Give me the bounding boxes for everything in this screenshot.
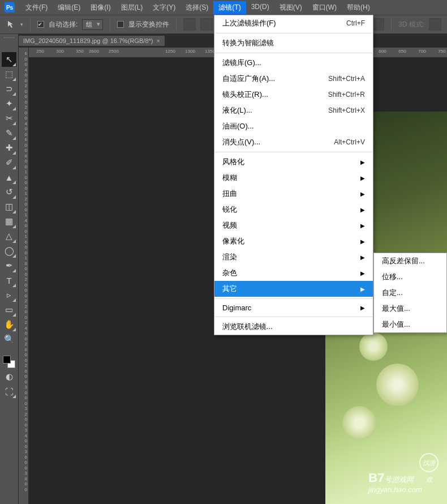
lasso-tool[interactable]: ⊃ (2, 82, 16, 96)
move-tool-icon (7, 20, 16, 29)
type-tool[interactable]: T (2, 273, 16, 288)
submenu-item[interactable]: 最大值... (374, 301, 446, 317)
show-transform-checkbox[interactable] (117, 21, 124, 28)
clone-stamp-tool[interactable]: ▲ (2, 170, 16, 185)
submenu-arrow-icon: ▶ (360, 207, 365, 213)
hand-tool[interactable]: ✋ (2, 317, 16, 332)
color-swatch[interactable] (2, 354, 16, 369)
menu-3d[interactable]: 3D(D) (246, 1, 274, 14)
menu-图层[interactable]: 图层(L) (116, 1, 148, 14)
path-select-tool[interactable]: ▹ (2, 288, 16, 302)
filter-item[interactable]: 自适应广角(A)...Shift+Ctrl+A (214, 71, 373, 87)
marquee-tool[interactable]: ⬚ (2, 67, 16, 82)
toolbar-grip[interactable] (0, 34, 18, 41)
submenu-arrow-icon: ▶ (360, 254, 365, 260)
submenu-arrow-icon: ▶ (360, 305, 365, 311)
dodge-tool[interactable]: ◯ (2, 244, 16, 258)
auto-select-dropdown[interactable]: 组 (82, 19, 103, 30)
filter-item[interactable]: 像素化▶ (214, 233, 373, 249)
crop-tool[interactable]: ✂ (2, 111, 16, 126)
app-logo: Ps (5, 2, 15, 12)
screen-mode[interactable]: ⛶ (2, 384, 16, 399)
document-tab-title: IMG_20240509_111829.jpg @ 16.7%(RGB/8*) (23, 37, 153, 44)
pen-tool[interactable]: ✒ (2, 258, 16, 273)
filter-other-submenu: 高反差保留...位移...自定...最大值...最小值... (373, 253, 447, 333)
3d-orbit-icon[interactable] (429, 18, 441, 31)
filter-item[interactable]: 模糊▶ (214, 170, 373, 186)
menu-文字[interactable]: 文字(Y) (148, 1, 180, 14)
auto-select-label: 自动选择: (49, 20, 78, 29)
filter-item[interactable]: 锐化▶ (214, 202, 373, 217)
menu-图像[interactable]: 图像(I) (85, 1, 115, 14)
blur-tool[interactable]: △ (2, 229, 16, 244)
history-brush-tool[interactable]: ↺ (2, 185, 16, 199)
filter-item[interactable]: 杂色▶ (214, 265, 373, 281)
menu-视图[interactable]: 视图(V) (274, 1, 307, 14)
submenu-arrow-icon: ▶ (360, 238, 365, 245)
submenu-item[interactable]: 自定... (374, 285, 446, 301)
shape-tool[interactable]: ▭ (2, 302, 16, 317)
tool-flyout-icon[interactable]: ▾ (20, 22, 23, 27)
show-transform-label: 显示变换控件 (128, 20, 169, 29)
watermark: B7号游戏网 找游戏 jingyan.hao.com (368, 453, 439, 494)
quick-mask[interactable]: ◐ (2, 369, 16, 384)
filter-item[interactable]: 镜头校正(R)...Shift+Ctrl+R (214, 87, 373, 102)
3d-mode-label: 3D 模式: (398, 20, 424, 29)
submenu-arrow-icon: ▶ (360, 191, 365, 197)
filter-item[interactable]: 其它▶ (214, 281, 373, 297)
healing-brush-tool[interactable]: ✚ (2, 140, 16, 155)
filter-item[interactable]: 视频▶ (214, 217, 373, 233)
submenu-arrow-icon: ▶ (360, 270, 365, 276)
submenu-arrow-icon: ▶ (360, 223, 365, 229)
filter-item[interactable]: 消失点(V)...Alt+Ctrl+V (214, 134, 373, 150)
filter-menu: 上次滤镜操作(F)Ctrl+F转换为智能滤镜滤镜库(G)...自适应广角(A).… (214, 15, 373, 335)
eyedropper-tool[interactable]: ✎ (2, 126, 16, 140)
filter-item[interactable]: Digimarc▶ (214, 301, 373, 315)
submenu-arrow-icon: ▶ (360, 175, 365, 181)
document-tab[interactable]: IMG_20240509_111829.jpg @ 16.7%(RGB/8*) … (19, 36, 165, 46)
submenu-arrow-icon: ▶ (360, 159, 365, 165)
filter-item[interactable]: 浏览联机滤镜... (214, 319, 373, 335)
filter-item[interactable]: 上次滤镜操作(F)Ctrl+F (214, 15, 373, 31)
magic-wand-tool[interactable]: ✦ (2, 96, 16, 111)
filter-item[interactable]: 油画(O)... (214, 118, 373, 134)
menubar: Ps 文件(F)编辑(E)图像(I)图层(L)文字(Y)选择(S)滤镜(T)3D… (0, 0, 447, 15)
align-icon[interactable] (183, 18, 196, 31)
menu-帮助[interactable]: 帮助(H) (342, 1, 375, 14)
arrange-icon[interactable] (372, 18, 384, 31)
filter-item[interactable]: 滤镜库(G)... (214, 55, 373, 71)
gradient-tool[interactable]: ▦ (2, 214, 16, 229)
distribute-icon[interactable] (200, 18, 213, 31)
eraser-tool[interactable]: ◫ (2, 199, 16, 214)
menu-文件[interactable]: 文件(F) (20, 1, 53, 14)
auto-select-checkbox[interactable] (37, 21, 44, 28)
menu-滤镜[interactable]: 滤镜(T) (213, 1, 246, 14)
close-tab-icon[interactable]: × (156, 37, 160, 44)
menu-编辑[interactable]: 编辑(E) (53, 1, 85, 14)
filter-item[interactable]: 扭曲▶ (214, 186, 373, 202)
submenu-arrow-icon: ▶ (360, 286, 365, 292)
submenu-item[interactable]: 最小值... (374, 317, 446, 332)
toolbar: ↖⬚⊃✦✂✎✚✐▲↺◫▦△◯✒T▹▭✋🔍◐⛶ (0, 34, 19, 504)
zoom-tool[interactable]: 🔍 (2, 332, 16, 347)
move-tool[interactable]: ↖ (2, 52, 16, 67)
filter-item[interactable]: 渲染▶ (214, 249, 373, 265)
vertical-ruler: 6004002000200400600800100012001400160018… (19, 48, 29, 504)
submenu-item[interactable]: 位移... (374, 269, 446, 285)
submenu-item[interactable]: 高反差保留... (374, 253, 446, 269)
filter-item[interactable]: 风格化▶ (214, 154, 373, 170)
filter-item[interactable]: 转换为智能滤镜 (214, 35, 373, 51)
menu-选择[interactable]: 选择(S) (180, 1, 213, 14)
menu-窗口[interactable]: 窗口(W) (307, 1, 342, 14)
filter-item[interactable]: 液化(L)...Shift+Ctrl+X (214, 102, 373, 118)
brush-tool[interactable]: ✐ (2, 155, 16, 170)
